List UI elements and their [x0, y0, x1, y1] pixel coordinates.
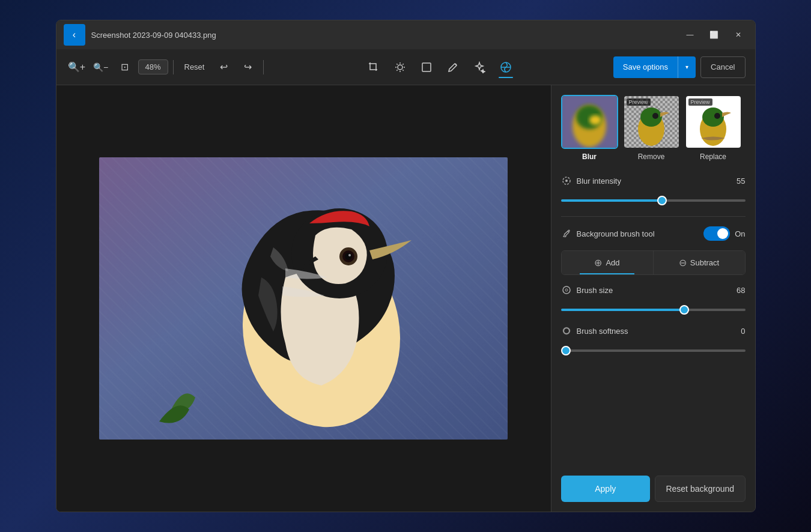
- brush-size-icon: [561, 285, 572, 295]
- toggle-on-label: On: [735, 229, 745, 238]
- minimize-button[interactable]: —: [681, 29, 700, 41]
- add-button[interactable]: ⊕ Add: [562, 251, 654, 274]
- main-window: ‹ Screenshot 2023-09-09 040433.png — ⬜ ✕…: [56, 20, 756, 512]
- replace-option[interactable]: Preview Replace: [685, 95, 742, 161]
- preview-badge-replace: Preview: [688, 98, 712, 106]
- save-options-button[interactable]: Save options ▾: [613, 56, 696, 78]
- svg-rect-1: [422, 63, 431, 71]
- zoom-out-icon: 🔍−: [93, 62, 108, 72]
- blur-intensity-slider[interactable]: [561, 199, 746, 202]
- svg-point-28: [702, 107, 724, 127]
- back-icon: ‹: [73, 29, 76, 40]
- svg-point-29: [714, 113, 720, 119]
- add-icon: ⊕: [594, 257, 602, 268]
- blur-option[interactable]: Blur: [561, 95, 618, 161]
- brush-size-value: 68: [737, 286, 745, 295]
- save-options-label: Save options: [613, 56, 678, 78]
- content-area: Blur Preview: [56, 85, 755, 512]
- canvas-area: [56, 85, 551, 512]
- blur-label: Blur: [582, 153, 597, 161]
- brush-softness-row: Brush softness 0: [561, 321, 746, 341]
- brush-size-slider-container: [561, 300, 746, 321]
- draw-tool-button[interactable]: [441, 55, 465, 79]
- adjust-tool-button[interactable]: [388, 55, 412, 79]
- svg-point-0: [398, 65, 402, 70]
- blur-intensity-slider-container: [561, 191, 746, 211]
- image-container: [99, 157, 508, 440]
- svg-point-35: [563, 328, 570, 334]
- effects-tool-button[interactable]: [467, 55, 491, 79]
- svg-point-31: [565, 180, 568, 182]
- maximize-button[interactable]: ⬜: [705, 29, 724, 41]
- subtract-label: Subtract: [690, 258, 719, 267]
- blur-intensity-row: Blur intensity 55: [561, 171, 746, 191]
- background-options: Blur Preview: [561, 95, 746, 161]
- section-divider-1: [561, 216, 746, 217]
- blur-intensity-label: Blur intensity: [561, 175, 621, 186]
- remove-label: Remove: [638, 153, 665, 161]
- toolbar-actions: Save options ▾ Cancel: [613, 56, 746, 78]
- replace-thumbnail[interactable]: Preview: [685, 95, 742, 149]
- blur-thumbnail[interactable]: [561, 95, 618, 149]
- remove-thumbnail[interactable]: Preview: [623, 95, 680, 149]
- svg-point-17: [589, 115, 601, 125]
- brush-tool-row: Background brush tool On: [561, 222, 746, 246]
- titlebar: ‹ Screenshot 2023-09-09 040433.png — ⬜ ✕: [56, 20, 755, 49]
- reset-background-button[interactable]: Reset background: [655, 476, 746, 502]
- brush-softness-text: Brush softness: [577, 327, 628, 336]
- brush-tool-toggle[interactable]: [703, 226, 730, 241]
- brush-tool-text: Background brush tool: [577, 229, 655, 238]
- cancel-button[interactable]: Cancel: [700, 56, 745, 78]
- svg-point-11: [345, 253, 352, 260]
- bird-image: [99, 157, 508, 440]
- brush-softness-slider[interactable]: [561, 349, 746, 352]
- svg-point-24: [640, 107, 662, 127]
- brush-softness-label: Brush softness: [561, 325, 628, 336]
- replace-label: Replace: [700, 153, 726, 161]
- window-controls: — ⬜ ✕: [681, 29, 748, 41]
- zoom-level: 48%: [138, 59, 168, 74]
- fit-button[interactable]: ⊡: [114, 56, 136, 78]
- toolbar-divider-2: [263, 60, 264, 74]
- action-buttons: Apply Reset background: [561, 466, 746, 502]
- toolbar: 🔍+ 🔍− ⊡ 48% Reset ↩ ↪: [56, 49, 755, 85]
- crop-tool-button[interactable]: [362, 55, 386, 79]
- blur-intensity-value: 55: [737, 177, 745, 186]
- brush-size-row: Brush size 68: [561, 280, 746, 300]
- svg-point-33: [565, 289, 568, 291]
- svg-point-25: [652, 113, 658, 119]
- add-label: Add: [606, 258, 619, 267]
- add-subtract-control: ⊕ Add ⊖ Subtract: [561, 250, 746, 275]
- undo-icon: ↩: [220, 61, 228, 73]
- brush-tool-icon: [561, 228, 572, 239]
- fit-icon: ⊡: [121, 61, 129, 73]
- brush-softness-slider-container: [561, 341, 746, 361]
- redo-icon: ↪: [244, 61, 252, 73]
- brush-size-text: Brush size: [577, 286, 613, 295]
- background-tool-button[interactable]: [494, 55, 518, 79]
- close-button[interactable]: ✕: [729, 29, 748, 41]
- brush-softness-icon: [561, 325, 572, 336]
- markup-tool-button[interactable]: [415, 55, 439, 79]
- blur-intensity-text: Blur intensity: [577, 177, 621, 186]
- undo-button[interactable]: ↩: [213, 56, 234, 78]
- zoom-in-icon: 🔍+: [68, 61, 85, 73]
- svg-point-32: [563, 286, 570, 294]
- subtract-icon: ⊖: [679, 257, 687, 268]
- save-dropdown-chevron[interactable]: ▾: [678, 56, 696, 78]
- sidebar: Blur Preview: [551, 85, 755, 512]
- remove-option[interactable]: Preview: [623, 95, 680, 161]
- subtract-button[interactable]: ⊖ Subtract: [654, 251, 745, 274]
- reset-button[interactable]: Reset: [178, 60, 211, 74]
- back-button[interactable]: ‹: [64, 24, 85, 46]
- zoom-out-button[interactable]: 🔍−: [90, 56, 112, 78]
- toggle-switch: On: [703, 226, 745, 241]
- redo-button[interactable]: ↪: [237, 56, 258, 78]
- svg-point-12: [348, 254, 351, 256]
- tool-group: [269, 55, 610, 79]
- brush-size-label: Brush size: [561, 285, 613, 295]
- apply-button[interactable]: Apply: [561, 476, 651, 502]
- brush-tool-label: Background brush tool: [561, 228, 655, 239]
- brush-size-slider[interactable]: [561, 309, 746, 311]
- zoom-in-button[interactable]: 🔍+: [66, 56, 88, 78]
